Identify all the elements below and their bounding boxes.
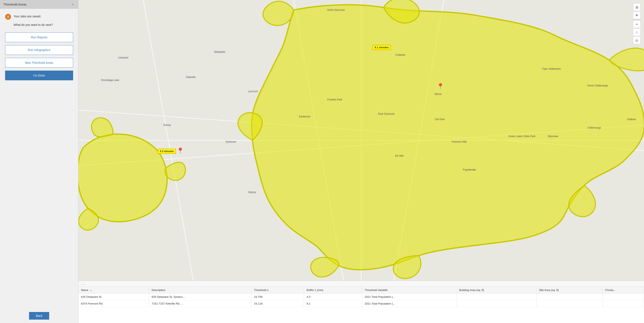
collapse-row[interactable]: ⌄⌄ [78, 281, 644, 287]
sidebar-header: Threshold Areas » [0, 0, 78, 9]
bottom-panel: ⌄⌄ Name ▲ Description Threshold 1 Buffer… [78, 280, 644, 323]
col-buffer1[interactable]: Buffer 1 (min) [304, 287, 362, 294]
col-threshold1[interactable]: Threshold 1 [252, 287, 304, 294]
cell-description: 635 Delaware St, Syraicu... [149, 294, 252, 300]
sidebar-content: 4 Your sites are saved. What do you want… [0, 9, 78, 308]
cell-building_area [456, 300, 536, 307]
data-table: Name ▲ Description Threshold 1 Buffer 1 … [78, 287, 644, 307]
im-done-button[interactable]: I'm Done [5, 70, 73, 80]
cell-name: 6374 Fremont Rd [78, 300, 149, 307]
cell-threshold_variable: 2021 Total Population (... [362, 294, 456, 300]
new-threshold-areas-button[interactable]: New Threshold Areas [5, 58, 73, 68]
map-pin-1: 📍 [176, 147, 184, 154]
sidebar-title: Threshold Areas [4, 2, 26, 6]
col-frontage[interactable]: Fronta... [603, 287, 644, 294]
run-reports-button[interactable]: Run Reports [5, 32, 73, 42]
cell-site_area [536, 300, 603, 307]
cell-threshold1: 24,758 [252, 294, 304, 300]
saved-message: Your sites are saved. [14, 14, 41, 18]
cell-building_area [456, 294, 536, 300]
map-container: North SyracuseLiverpoolMattydaleCollamer… [78, 0, 644, 323]
step-number: 4 [5, 14, 11, 20]
zoom-in-button[interactable]: + [633, 12, 640, 19]
map-pin-0: 📍 [437, 83, 444, 90]
table-body: 635 Delaware St635 Delaware St, Syraicu.… [78, 294, 644, 307]
cell-threshold1: 24,118 [252, 300, 304, 307]
cell-frontage [603, 300, 644, 307]
table-row: 635 Delaware St635 Delaware St, Syraicu.… [78, 294, 644, 300]
zoom-out-button[interactable]: − [633, 20, 640, 28]
action-buttons: Run Reports Run Infographics New Thresho… [5, 32, 73, 80]
next-question-text: What do you want to do next? [14, 23, 73, 26]
table-header-row: Name ▲ Description Threshold 1 Buffer 1 … [78, 287, 644, 294]
run-infographics-button[interactable]: Run Infographics [5, 45, 73, 55]
home-button[interactable]: ⌂ [633, 28, 640, 36]
back-button[interactable]: Back [29, 312, 49, 320]
cell-buffer1min: 4.3 [304, 294, 362, 300]
cell-description: 7151-7157 Kirkville Rd, ... [149, 300, 252, 307]
sidebar-footer: Back [0, 308, 78, 323]
sidebar: Threshold Areas » 4 Your sites are saved… [0, 0, 78, 323]
table-row: 6374 Fremont Rd7151-7157 Kirkville Rd, .… [78, 300, 644, 307]
col-threshold-variable[interactable]: Threshold Variable [362, 287, 456, 294]
collapse-button[interactable]: » [70, 2, 75, 6]
cell-name: 635 Delaware St [78, 294, 149, 300]
cell-threshold_variable: 2021 Total Population (... [362, 300, 456, 307]
map-controls: ⊞ + − ⌂ ◎ [633, 4, 640, 44]
collapse-icon: ⌄⌄ [81, 282, 85, 285]
step-indicator: 4 Your sites are saved. [5, 14, 73, 20]
map-background [78, 0, 644, 280]
qr-code-button[interactable]: ⊞ [633, 4, 640, 11]
col-site-area[interactable]: Site Area (sq. ft) [536, 287, 603, 294]
divider [633, 20, 640, 20]
locate-button[interactable]: ◎ [633, 36, 640, 44]
col-building-area[interactable]: Building Area (sq. ft) [456, 287, 536, 294]
cell-buffer1min: 8.1 [304, 300, 362, 307]
col-description[interactable]: Description [149, 287, 252, 294]
cell-site_area [536, 294, 603, 300]
map-view[interactable]: North SyracuseLiverpoolMattydaleCollamer… [78, 0, 644, 280]
col-name[interactable]: Name ▲ [78, 287, 149, 294]
cell-frontage [603, 294, 644, 300]
